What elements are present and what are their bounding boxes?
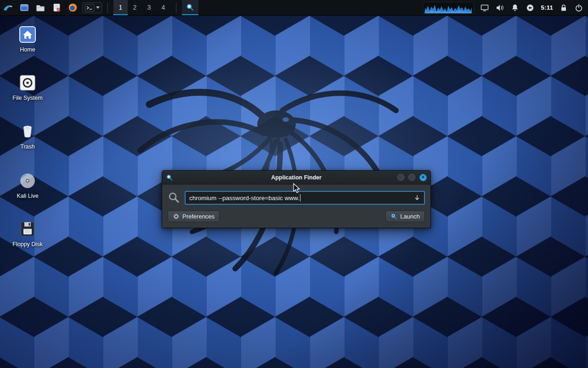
workspace-2[interactable]: 2 bbox=[128, 0, 142, 15]
panel-separator bbox=[176, 3, 176, 13]
launch-button[interactable]: Launch bbox=[385, 211, 425, 222]
search-icon bbox=[168, 191, 181, 204]
desktop-icon-label: Floppy Disk bbox=[12, 241, 42, 247]
panel-left: 1 2 3 4 bbox=[0, 0, 198, 15]
home-icon bbox=[18, 25, 37, 44]
minimize-button[interactable] bbox=[397, 174, 404, 181]
terminal-launcher-combo[interactable] bbox=[82, 2, 102, 13]
kali-dragon-icon bbox=[3, 3, 14, 13]
chevron-down-icon[interactable] bbox=[96, 6, 100, 9]
workspace-1[interactable]: 1 bbox=[113, 0, 128, 15]
desktop-icon-kali-live[interactable]: Kali Live bbox=[2, 171, 53, 199]
panel-tray: 5:11 bbox=[423, 0, 588, 15]
status-circle-icon[interactable] bbox=[526, 3, 535, 12]
command-input[interactable]: chromium --password-store=basic www. bbox=[185, 191, 425, 205]
desktop-icon-label: Home bbox=[20, 46, 35, 53]
notifications-bell-icon[interactable] bbox=[510, 3, 520, 12]
text-caret bbox=[300, 194, 300, 201]
firefox-launcher[interactable] bbox=[66, 1, 79, 14]
display-icon[interactable] bbox=[480, 3, 489, 12]
workspace-3[interactable]: 3 bbox=[142, 0, 156, 15]
application-finder-icon bbox=[166, 174, 173, 181]
dialog-button-row: Preferences Launch bbox=[168, 211, 425, 222]
workspace-switcher: 1 2 3 4 bbox=[113, 0, 170, 15]
preferences-label: Preferences bbox=[182, 213, 215, 220]
preferences-button[interactable]: Preferences bbox=[168, 211, 220, 222]
window-button-application-finder[interactable] bbox=[182, 0, 198, 15]
search-row: chromium --password-store=basic www. bbox=[168, 191, 425, 205]
window-title: Application Finder bbox=[162, 174, 430, 181]
desktop-icon-trash[interactable]: Trash bbox=[2, 122, 53, 150]
document-edit-icon bbox=[52, 3, 62, 12]
top-panel: 1 2 3 4 bbox=[0, 0, 588, 16]
desktop-icon-label: Trash bbox=[20, 144, 35, 150]
magnifier-icon bbox=[186, 3, 195, 12]
lock-icon[interactable] bbox=[559, 3, 568, 12]
window-icon bbox=[19, 3, 29, 12]
firefox-icon bbox=[68, 3, 78, 12]
show-desktop-launcher[interactable] bbox=[18, 1, 31, 14]
close-button[interactable]: × bbox=[419, 174, 427, 181]
entry-dropdown-arrow-icon[interactable] bbox=[414, 195, 420, 201]
finder-body: chromium --password-store=basic www. Pre… bbox=[162, 184, 430, 228]
launch-icon bbox=[390, 213, 397, 220]
desktop-icon-label: File System bbox=[12, 95, 42, 101]
disc-icon bbox=[18, 171, 37, 190]
panel-separator bbox=[107, 3, 108, 13]
titlebar-buttons: × bbox=[397, 174, 427, 181]
titlebar[interactable]: Application Finder × bbox=[162, 171, 430, 184]
command-input-value: chromium --password-store=basic www. bbox=[189, 195, 300, 201]
drive-icon bbox=[18, 73, 37, 92]
logout-power-icon[interactable] bbox=[574, 3, 583, 12]
trash-icon bbox=[18, 122, 37, 141]
floppy-icon bbox=[18, 219, 37, 239]
workspace-4[interactable]: 4 bbox=[156, 0, 170, 15]
application-finder-window: Application Finder × chromium --password… bbox=[162, 170, 431, 228]
desktop-icon-label: Kali Live bbox=[17, 193, 38, 199]
desktop-icon-file-system[interactable]: File System bbox=[2, 73, 53, 101]
folder-icon bbox=[35, 3, 45, 12]
file-manager-launcher[interactable] bbox=[34, 1, 47, 14]
volume-icon[interactable] bbox=[495, 3, 504, 12]
cpu-graph[interactable] bbox=[423, 2, 474, 14]
terminal-icon bbox=[85, 4, 95, 12]
launch-label: Launch bbox=[400, 213, 420, 220]
desktop-icon-home[interactable]: Home bbox=[2, 25, 53, 53]
text-editor-launcher[interactable] bbox=[50, 1, 63, 14]
desktop-icon-floppy-disk[interactable]: Floppy Disk bbox=[2, 219, 53, 247]
maximize-button[interactable] bbox=[408, 174, 415, 181]
gear-icon bbox=[173, 213, 180, 220]
clock[interactable]: 5:11 bbox=[541, 4, 553, 11]
applications-menu-button[interactable] bbox=[2, 1, 15, 14]
